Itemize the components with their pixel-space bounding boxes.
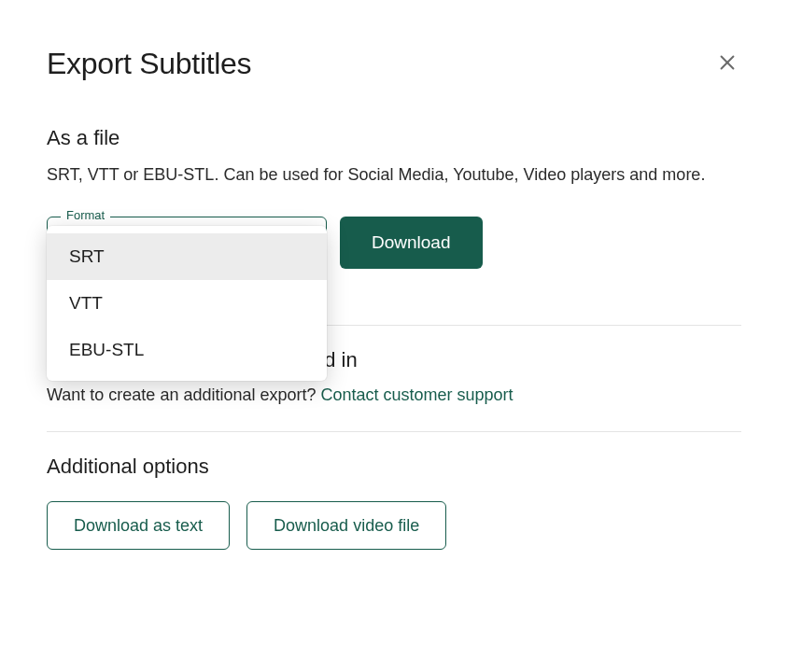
close-icon: [717, 52, 738, 76]
burned-description-text: Want to create an additional export?: [47, 385, 321, 404]
contact-support-link[interactable]: Contact customer support: [321, 385, 514, 404]
download-as-text-button[interactable]: Download as text: [47, 501, 230, 550]
format-dropdown: SRT VTT EBU-STL: [47, 226, 327, 381]
download-video-file-button[interactable]: Download video file: [246, 501, 446, 550]
section-divider: [47, 431, 741, 432]
format-option-ebu-stl[interactable]: EBU-STL: [47, 327, 327, 373]
file-section-description: SRT, VTT or EBU-STL. Can be used for Soc…: [47, 163, 741, 187]
format-option-srt[interactable]: SRT: [47, 233, 327, 280]
file-section-heading: As a file: [47, 126, 741, 150]
download-button[interactable]: Download: [340, 217, 483, 269]
additional-options-heading: Additional options: [47, 455, 741, 479]
close-button[interactable]: [713, 49, 741, 79]
dialog-title: Export Subtitles: [47, 47, 251, 81]
format-option-vtt[interactable]: VTT: [47, 280, 327, 327]
format-select-label: Format: [61, 208, 110, 222]
burned-section-description: Want to create an additional export? Con…: [47, 385, 741, 405]
